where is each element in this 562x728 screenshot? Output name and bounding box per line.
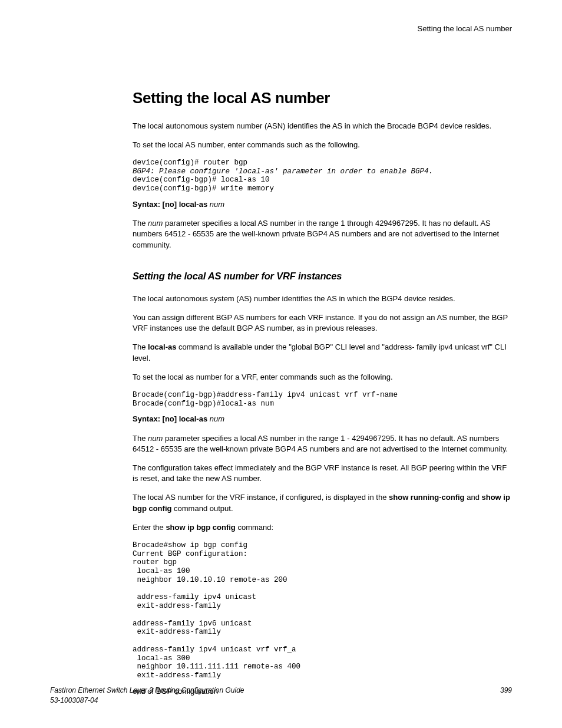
paragraph: The local autonomous system (AS) number … [133,294,512,304]
paragraph-instruction: To set the local AS number, enter comman… [133,140,512,150]
paragraph-num-desc-2: The num parameter specifies a local AS n… [133,433,512,454]
syntax-bold: Syntax: [no] local-as [133,414,207,423]
section-heading-vrf: Setting the local AS number for VRF inst… [133,269,512,283]
param-italic: num [148,219,163,228]
paragraph: To set the local as number for a VRF, en… [133,372,512,383]
page: Setting the local AS number Setting the … [0,0,562,728]
text: The [133,219,148,228]
text: parameter specifies a local AS number in… [133,434,508,453]
running-header: Setting the local AS number [50,24,512,34]
text: and [465,493,482,502]
syntax-line-2: Syntax: [no] local-as num [133,414,512,424]
code-line: device(config-bgp)# local-as 10 [133,176,270,184]
paragraph: The local-as command is available under … [133,342,512,363]
paragraph-intro: The local autonomous system number (ASN)… [133,121,512,131]
code-block-2: Brocade(config-bgp)#address-family ipv4 … [133,391,512,409]
code-block-3: Brocade#show ip bgp config Current BGP c… [133,541,512,680]
syntax-line-1: Syntax: [no] local-as num [133,199,512,210]
paragraph: The configuration takes effect immediate… [133,463,512,484]
text: parameter specifies a local AS number in… [133,219,499,249]
page-footer: 399 FastIron Ethernet Switch Layer 3 Rou… [50,686,512,706]
command-bold: show ip bgp config [166,523,235,532]
paragraph-num-desc-1: The num parameter specifies a local AS n… [133,218,512,251]
footer-title: FastIron Ethernet Switch Layer 3 Routing… [50,686,244,694]
paragraph: You can assign different BGP AS numbers … [133,312,512,334]
syntax-param: num [210,200,224,209]
text: The [133,342,148,351]
page-number: 399 [500,686,512,696]
footer-doc-number: 53-1003087-04 [50,696,98,704]
code-line: device(config)# router bgp [133,159,247,167]
paragraph: Enter the show ip bgp config command: [133,522,512,533]
text: command is available under the "global B… [133,342,507,362]
text: Enter the [133,523,166,532]
paragraph: The local AS number for the VRF instance… [133,492,512,513]
text: The local AS number for the VRF instance… [133,493,389,502]
text: command: [236,523,273,532]
command-bold: local-as [148,342,176,351]
syntax-bold: Syntax: [no] local-as [133,200,207,209]
page-title: Setting the local AS number [133,87,512,108]
body-content: The local autonomous system number (ASN)… [133,121,512,697]
syntax-param: num [210,414,224,423]
text: The [133,434,148,443]
command-bold: show running-config [389,493,465,502]
code-block-1: device(config)# router bgp BGP4: Please … [133,159,512,193]
param-italic: num [148,434,163,443]
code-line: device(config-bgp)# write memory [133,185,274,193]
text: command output. [171,504,233,513]
code-line-italic: BGP4: Please configure 'local-as' parame… [133,167,433,176]
